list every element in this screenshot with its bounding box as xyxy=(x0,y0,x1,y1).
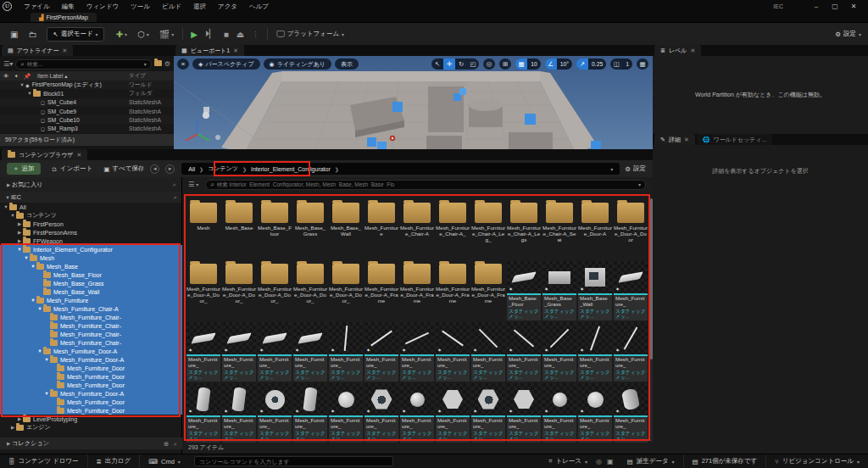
move-tool-button[interactable]: ✛ xyxy=(443,58,455,70)
tree-item-Mesh_Furniture_Door-A[interactable]: ▼Mesh_Furniture_Door-A xyxy=(0,347,182,355)
tree-item-FPWeapon[interactable]: ▶FPWeapon xyxy=(0,237,182,245)
scale-snap-icon[interactable]: ↗ xyxy=(576,58,588,70)
menu-選択[interactable]: 選択 xyxy=(193,3,206,11)
tree-item-Mesh_Furniture_Door[interactable]: Mesh_Furniture_Door xyxy=(0,364,182,372)
grid-asset-Mesh_Furniture_[interactable]: ✶Mesh_Furniture_スタティックメッ... xyxy=(328,320,364,382)
grid-asset-Mesh_Furniture_[interactable]: ✶Mesh_Furniture_スタティックメッ... xyxy=(577,382,613,443)
grid-folder-Mesh[interactable]: Mesh xyxy=(186,198,221,259)
tab-firstpersonmap[interactable]: ▟ FirstPersonMap xyxy=(31,13,97,22)
grid-folder-Mesh_Furniture_Door-A_Frame[interactable]: Mesh_Furniture_Door-A_Frame xyxy=(470,259,506,320)
grid-asset-Mesh_Furniture_[interactable]: ✶Mesh_Furniture_スタティックメッ... xyxy=(221,382,257,443)
snapshot-icon[interactable]: ◎ xyxy=(596,458,602,465)
grid-asset-Mesh_Furniture_[interactable]: ✶Mesh_Furniture_スタティックメッ... xyxy=(364,382,399,443)
grid-folder-Mesh_Furniture_Door-A_Door_[interactable]: Mesh_Furniture_Door-A_Door_ xyxy=(328,259,364,320)
type-column[interactable]: タイプ xyxy=(129,72,146,80)
close-icon[interactable]: ✕ xyxy=(684,136,689,143)
scale-tool-button[interactable]: ◰ xyxy=(467,58,479,70)
grid-asset-Mesh_Furniture_[interactable]: ✶Mesh_Furniture_スタティックメッ... xyxy=(435,382,470,443)
surface-snap-button[interactable]: ⊞ xyxy=(499,58,511,70)
search-icon[interactable]: ⌕ xyxy=(174,193,177,201)
viewport-menu-icon[interactable]: ≡ xyxy=(177,58,189,70)
screenshot-icon[interactable]: ▣ xyxy=(607,458,614,465)
grid-folder-Mesh_Base_Grass[interactable]: Mesh_Base_Grass xyxy=(292,198,328,259)
show-button[interactable]: 表示 xyxy=(335,58,359,70)
grid-asset-Mesh_Furniture_[interactable]: ✶Mesh_Furniture_スタティックメッ... xyxy=(435,320,470,382)
tree-item-Mesh_Furniture_Chair-[interactable]: Mesh_Furniture_Chair- xyxy=(0,338,182,347)
tree-item-Mesh_Furniture_Door[interactable]: Mesh_Furniture_Door xyxy=(0,372,182,381)
grid-folder-Mesh_Furniture_Chair-A_Legs[interactable]: Mesh_Furniture_Chair-A_Legs xyxy=(506,198,542,259)
grid-folder-Mesh_Furniture_Door-A_Door_[interactable]: Mesh_Furniture_Door-A_Door_ xyxy=(257,259,292,320)
perspective-button[interactable]: ◈ パースペクティブ xyxy=(192,58,260,70)
tab-levels[interactable]: ≣ レベル ✕ xyxy=(654,45,701,56)
breadcrumb-item[interactable]: コンテンツ xyxy=(208,164,238,173)
close-icon[interactable]: ✕ xyxy=(76,152,81,159)
close-icon[interactable]: ✕ xyxy=(233,47,238,54)
grid-snap-value[interactable]: 10 xyxy=(527,58,541,70)
close-icon[interactable]: ✕ xyxy=(63,47,68,54)
maximize-viewport-icon[interactable]: ▦ xyxy=(637,58,648,70)
eject-button[interactable]: ⏏ xyxy=(236,30,244,39)
grid-asset-Mesh_Furniture_[interactable]: ✶Mesh_Furniture_スタティックメッ... xyxy=(399,320,435,382)
menu-ツール[interactable]: ツール xyxy=(131,3,150,11)
output-log-button[interactable]: ≣ 出力ログ xyxy=(88,454,141,468)
minimize-button[interactable]: – xyxy=(812,3,821,10)
rotate-tool-button[interactable]: ↻ xyxy=(455,58,467,70)
search-icon[interactable]: ⌕ xyxy=(174,440,177,448)
play-button[interactable]: ▶ xyxy=(191,30,198,39)
grid-asset-Mesh_Furniture_[interactable]: ✶Mesh_Furniture_スタティックメッ... xyxy=(399,382,435,443)
viewport-scene[interactable] xyxy=(174,56,653,155)
grid-folder-Mesh_Furniture_Chair-A[interactable]: Mesh_Furniture_Chair-A xyxy=(399,198,435,259)
grid-asset-Mesh_Base_Grass[interactable]: ✶Mesh_Base_Grassスタティックメッ... xyxy=(542,259,577,320)
sources-header[interactable]: ▼ IEC ⌕ xyxy=(0,192,181,203)
grid-folder-Mesh_Furniture_Chair-A_Leg_[interactable]: Mesh_Furniture_Chair-A_Leg_ xyxy=(470,198,506,259)
search-icon[interactable]: ⌕ xyxy=(173,181,176,188)
tree-item-Mesh_Base_Wall[interactable]: Mesh_Base_Wall xyxy=(0,287,182,296)
save-all-button[interactable]: ▣ すべて保存 xyxy=(103,164,144,173)
add-actor-button[interactable]: ✚▾ xyxy=(116,30,127,39)
browse-content-icon[interactable]: 🗀 xyxy=(28,30,36,39)
camera-speed-icon[interactable]: ◫ xyxy=(610,58,622,70)
grid-asset-Mesh_Furniture_[interactable]: ✶Mesh_Furniture_スタティックメッ... xyxy=(506,382,542,443)
grid-asset-Mesh_Furniture_[interactable]: ✶Mesh_Furniture_スタティックメッ... xyxy=(542,382,577,443)
grid-folder-Mesh_Furniture_Door-A_Frame[interactable]: Mesh_Furniture_Door-A_Frame xyxy=(435,259,470,320)
grid-folder-Mesh_Furniture_Door-A_Frame[interactable]: Mesh_Furniture_Door-A_Frame xyxy=(364,259,399,320)
content-settings-button[interactable]: ⚙ 設定 xyxy=(625,164,646,173)
blueprints-button[interactable]: ⬡▾ xyxy=(137,30,149,39)
unsaved-button[interactable]: ▤ 271個が未保存です xyxy=(684,454,767,468)
frame-skip-button[interactable]: ⏵▏ xyxy=(205,29,216,39)
cinematics-button[interactable]: 🎬▾ xyxy=(159,30,175,39)
asset-grid-scrollbar[interactable] xyxy=(650,198,653,443)
item-label-column[interactable]: Item Label ▴ xyxy=(37,73,67,80)
content-drawer-button[interactable]: 🗄 コンテンツ ドロワー xyxy=(0,454,88,468)
grid-asset-Mesh_Furniture_[interactable]: ✶Mesh_Furniture_スタティックメッ... xyxy=(186,382,221,443)
outliner-row[interactable]: ▼Block01フォルダ xyxy=(0,89,174,98)
outliner-search-input[interactable] xyxy=(27,61,142,67)
lit-mode-button[interactable]: ◉ ライティングあり xyxy=(264,58,331,70)
menu-アクタ[interactable]: アクタ xyxy=(218,3,237,11)
stop-button[interactable]: ■ xyxy=(224,30,229,39)
tree-item-Mesh_Base[interactable]: ▼Mesh_Base xyxy=(0,262,182,270)
grid-folder-Mesh_Base_Wall[interactable]: Mesh_Base_Wall xyxy=(328,198,364,259)
path-dropdown-icon[interactable]: ▾ xyxy=(610,166,613,172)
play-options-icon[interactable]: ⋮ xyxy=(252,31,259,38)
rotation-snap-value[interactable]: 10° xyxy=(557,58,572,70)
filter-icon[interactable]: ☰▾ xyxy=(3,60,13,68)
world-coord-button[interactable]: ◎ xyxy=(483,58,495,70)
tree-item-Mesh_Furniture_Chair-A[interactable]: ▼Mesh_Furniture_Chair-A xyxy=(0,304,182,313)
menu-ビルド[interactable]: ビルド xyxy=(162,3,181,11)
tab-outliner[interactable]: ▤ アウトライナー ✕ xyxy=(2,45,73,56)
grid-folder-Mesh_Furniture_Door-A_Door[interactable]: Mesh_Furniture_Door-A_Door xyxy=(613,198,648,259)
tree-item-LevelPrototyping[interactable]: ▶LevelPrototyping xyxy=(0,415,182,423)
grid-asset-Mesh_Furniture_[interactable]: ✶Mesh_Furniture_スタティックメッ... xyxy=(506,320,542,382)
cmd-button[interactable]: ⌨ Cmd ▾ xyxy=(140,454,189,468)
grid-asset-Mesh_Furniture_[interactable]: ✶Mesh_Furniture_スタティックメッ... xyxy=(613,382,648,443)
grid-asset-Mesh_Furniture_[interactable]: ✶Mesh_Furniture_スタティックメッ... xyxy=(577,320,613,382)
breadcrumb-item[interactable]: Interior_Element_Configurator xyxy=(251,166,331,172)
grid-asset-Mesh_Furniture_[interactable]: ✶Mesh_Furniture_スタティックメッ... xyxy=(542,320,577,382)
add-button[interactable]: ＋ 追加 xyxy=(7,163,41,175)
platforms-button[interactable]: 🖵 プラットフォーム ▾ xyxy=(276,29,344,39)
close-button[interactable]: ✕ xyxy=(849,3,858,10)
tree-item-FirstPerson[interactable]: ▶FirstPerson xyxy=(0,220,182,228)
pin-column-icon[interactable]: 📌 xyxy=(24,73,31,80)
tab-content-browser[interactable]: コンテンツブラウザ ✕ xyxy=(2,149,87,160)
